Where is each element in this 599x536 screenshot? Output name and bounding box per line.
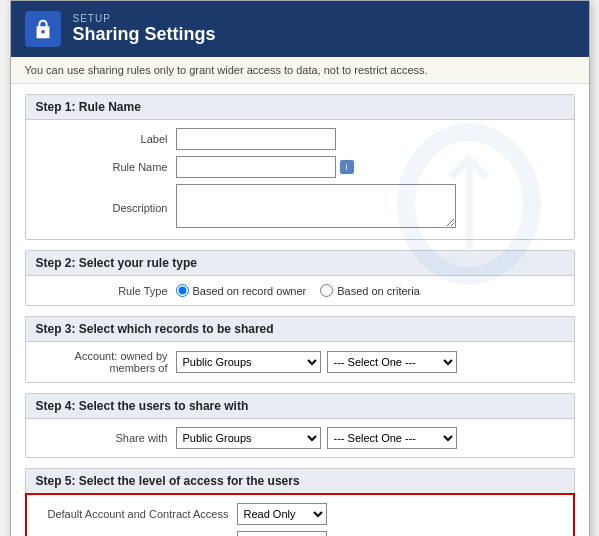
opportunity-row: Opportunity Access Private Read Only Rea… (37, 531, 563, 536)
radio-record-owner-input[interactable] (176, 284, 189, 297)
step4-header: Step 4: Select the users to share with (26, 394, 574, 419)
rule-type-label: Rule Type (36, 285, 176, 297)
step1-section: Step 1: Rule Name Label Rule Name i (25, 94, 575, 240)
radio-record-owner[interactable]: Based on record owner (176, 284, 307, 297)
step5-section: Step 5: Select the level of access for t… (25, 468, 575, 536)
description-input[interactable] (176, 184, 456, 228)
label-field-label: Label (36, 133, 176, 145)
owned-by-label: Account: owned by members of (36, 350, 176, 374)
share-with-control: Public Groups Roles Roles and Subordinat… (176, 427, 564, 449)
label-row: Label (36, 128, 564, 150)
step3-header: Step 3: Select which records to be share… (26, 317, 574, 342)
step3-select-pair: Public Groups Roles Roles and Subordinat… (176, 351, 564, 373)
step3-option-select[interactable]: --- Select One --- (327, 351, 457, 373)
radio-criteria-label: Based on criteria (337, 285, 420, 297)
setup-label: SETUP (73, 13, 216, 24)
description-control (176, 184, 564, 231)
owned-by-control: Public Groups Roles Roles and Subordinat… (176, 351, 564, 373)
step5-header: Step 5: Select the level of access for t… (25, 468, 575, 493)
rule-name-row: Rule Name i (36, 156, 564, 178)
header-text: SETUP Sharing Settings (73, 13, 216, 45)
step4-option-select[interactable]: --- Select One --- (327, 427, 457, 449)
label-control (176, 128, 564, 150)
step2-header: Step 2: Select your rule type (26, 251, 574, 276)
step4-section: Step 4: Select the users to share with S… (25, 393, 575, 458)
label-input[interactable] (176, 128, 336, 150)
rule-type-row: Rule Type Based on record owner Based on… (36, 284, 564, 297)
opportunity-select[interactable]: Private Read Only Read/Write (237, 531, 327, 536)
step4-body: Share with Public Groups Roles Roles and… (26, 419, 574, 457)
rule-type-control: Based on record owner Based on criteria (176, 284, 564, 297)
step1-header: Step 1: Rule Name (26, 95, 574, 120)
step3-body: Account: owned by members of Public Grou… (26, 342, 574, 382)
step1-body: Label Rule Name i Description (26, 120, 574, 239)
default-account-select[interactable]: Read Only Read/Write Private (237, 503, 327, 525)
description-label: Description (36, 202, 176, 214)
radio-criteria-input[interactable] (320, 284, 333, 297)
radio-criteria[interactable]: Based on criteria (320, 284, 420, 297)
step2-body: Rule Type Based on record owner Based on… (26, 276, 574, 305)
step5-body: Default Account and Contract Access Read… (25, 493, 575, 536)
default-account-label: Default Account and Contract Access (37, 508, 237, 520)
default-account-row: Default Account and Contract Access Read… (37, 503, 563, 525)
notice-text: You can use sharing rules only to grant … (11, 57, 589, 84)
step4-group-select[interactable]: Public Groups Roles Roles and Subordinat… (176, 427, 321, 449)
rule-type-radio-group: Based on record owner Based on criteria (176, 284, 564, 297)
info-icon[interactable]: i (340, 160, 354, 174)
share-with-label: Share with (36, 432, 176, 444)
rule-name-input[interactable] (176, 156, 336, 178)
header-icon (25, 11, 61, 47)
radio-record-owner-label: Based on record owner (193, 285, 307, 297)
step3-group-select[interactable]: Public Groups Roles Roles and Subordinat… (176, 351, 321, 373)
rule-name-label: Rule Name (36, 161, 176, 173)
owned-by-row: Account: owned by members of Public Grou… (36, 350, 564, 374)
window-header: SETUP Sharing Settings (11, 1, 589, 57)
step4-select-pair: Public Groups Roles Roles and Subordinat… (176, 427, 564, 449)
share-with-row: Share with Public Groups Roles Roles and… (36, 427, 564, 449)
step2-section: Step 2: Select your rule type Rule Type … (25, 250, 575, 306)
rule-name-control: i (176, 156, 564, 178)
step3-section: Step 3: Select which records to be share… (25, 316, 575, 383)
form-content: Step 1: Rule Name Label Rule Name i (11, 84, 589, 536)
description-row: Description (36, 184, 564, 231)
sharing-settings-window: SETUP Sharing Settings You can use shari… (10, 0, 590, 536)
page-title: Sharing Settings (73, 24, 216, 45)
